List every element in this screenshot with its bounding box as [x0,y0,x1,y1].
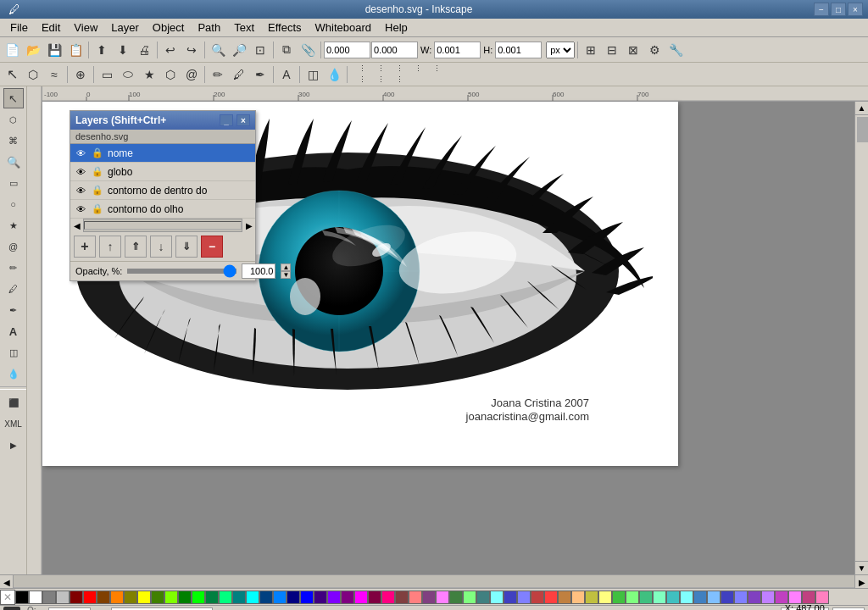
zoom-tool-btn[interactable]: 🔍 [3,152,24,172]
color-swatch[interactable] [300,591,314,604]
layers-minimize-btn[interactable]: _ [220,114,233,126]
canvas-area[interactable]: -100 0 100 200 300 400 500 600 700 [27,86,868,574]
menu-item-file[interactable]: File [3,19,35,36]
x-coord-input[interactable] [324,42,370,58]
pen-tool[interactable]: 🖊 [229,64,249,85]
menu-item-text[interactable]: Text [227,19,261,36]
pen-tool-btn[interactable]: 🖊 [3,279,24,299]
color-swatch[interactable] [531,591,544,604]
vertical-scrollbar[interactable]: ▲ ▼ [854,102,868,574]
color-swatch[interactable] [381,591,395,604]
color-swatch[interactable] [748,591,761,604]
scroll-down-btn[interactable]: ▼ [855,561,868,574]
color-swatch[interactable] [734,591,748,604]
layer-row-contorno-dentro[interactable]: 👁 🔒 contorno de dentro do [70,181,255,200]
snap-btn-7[interactable]: ⋮ [372,75,389,85]
snap-btn-1[interactable]: ⋮ [353,64,370,74]
transform-button[interactable]: ⊞ [581,40,601,60]
color-swatch[interactable] [409,591,422,604]
import-button[interactable]: ⬆ [92,40,112,60]
color-swatch[interactable] [327,591,341,604]
3d-box-tool[interactable]: ⬡ [160,64,181,85]
raise-layer-top-btn[interactable]: ⇑ [125,236,147,258]
menu-item-layer[interactable]: Layer [104,19,146,36]
opacity-down-btn[interactable]: ▼ [281,271,291,279]
zoom-fit-button[interactable]: ⊡ [250,40,270,60]
menu-item-edit[interactable]: Edit [35,19,67,36]
save-as-button[interactable]: 📋 [65,40,86,60]
color-swatch[interactable] [558,591,571,604]
snap-button[interactable]: ⊠ [623,40,643,60]
opacity-up-btn[interactable]: ▲ [281,263,291,271]
color-swatch[interactable] [504,591,517,604]
menu-item-effects[interactable]: Effects [261,19,309,36]
color-swatch[interactable] [354,591,368,604]
color-swatch[interactable] [490,591,504,604]
color-swatch[interactable] [788,591,802,604]
color-swatch[interactable] [422,591,436,604]
zoom-tool[interactable]: ⊕ [70,64,91,85]
color-swatch[interactable] [598,591,612,604]
layer-row-globo[interactable]: 👁 🔒 globo [70,163,255,181]
star-tool-btn[interactable]: ★ [3,215,24,236]
tweak-tool-btn[interactable]: ⌘ [3,130,24,151]
rect-tool-btn[interactable]: ▭ [3,173,24,193]
scroll-right-btn[interactable]: ▶ [242,219,255,232]
xml-editor-btn[interactable]: XML [3,413,24,434]
opacity-slider[interactable] [127,269,236,274]
color-swatch[interactable] [15,591,29,604]
lower-layer-bottom-btn[interactable]: ⇓ [175,236,198,258]
undo-button[interactable]: ↩ [160,40,181,60]
color-swatch[interactable] [83,591,97,604]
color-swatch[interactable] [205,591,219,604]
snap-btn-6[interactable]: ⋮ [353,75,370,85]
minimize-button[interactable]: − [814,3,829,16]
spiral-tool[interactable]: @ [181,64,202,85]
color-swatch[interactable] [395,591,409,604]
layer-lock-nome[interactable]: 🔒 [91,147,104,158]
color-swatch[interactable] [626,591,639,604]
color-swatch[interactable] [42,591,56,604]
color-swatch[interactable] [666,591,680,604]
export-button[interactable]: ⬇ [113,40,133,60]
zoom-out-button[interactable]: 🔎 [229,40,249,60]
add-layer-btn[interactable]: + [74,236,96,258]
selector-tool-btn[interactable]: ↖ [3,88,24,108]
w-input[interactable] [434,42,481,58]
color-swatch[interactable] [29,591,42,604]
status-coord-input[interactable]: 100 [48,607,91,611]
color-swatch[interactable] [571,591,585,604]
snap-btn-4[interactable]: ⋮ [409,64,426,74]
color-swatch[interactable] [612,591,626,604]
color-swatch[interactable] [761,591,775,604]
gradient-tool-btn[interactable]: ◫ [3,342,24,363]
zoom-in-button[interactable]: 🔍 [208,40,228,60]
scroll-track[interactable] [84,221,242,230]
color-swatch[interactable] [314,591,327,604]
units-dropdown[interactable]: px [546,42,575,58]
color-swatch[interactable] [151,591,164,604]
raise-layer-btn[interactable]: ↑ [99,236,121,258]
ellipse-tool[interactable]: ⬭ [118,64,138,85]
color-swatch[interactable] [449,591,463,604]
units-select[interactable]: px [546,42,575,58]
layer-row-contorno-olho[interactable]: 👁 🔒 contorno do olho [70,200,255,219]
save-button[interactable]: 💾 [44,40,64,60]
prefs-button[interactable]: ⚙ [644,40,665,60]
color-swatch[interactable] [517,591,531,604]
copy-button[interactable]: ⧉ [276,40,297,60]
gradient-tool[interactable]: ◫ [303,64,323,85]
y-coord-input[interactable] [371,42,418,58]
lower-layer-btn[interactable]: ↓ [150,236,172,258]
layers-close-btn[interactable]: × [236,114,250,126]
fill-stroke-btn[interactable]: ⬛ [3,392,24,413]
node-tool-btn[interactable]: ⬡ [3,109,24,130]
close-button[interactable]: × [848,3,863,16]
open-button[interactable]: 📂 [23,40,43,60]
color-swatch[interactable] [775,591,788,604]
color-swatch[interactable] [680,591,693,604]
menu-item-path[interactable]: Path [191,19,227,36]
callig-tool[interactable]: ✒ [250,64,270,85]
hscroll-right-btn[interactable]: ▶ [854,575,868,589]
paste-button[interactable]: 📎 [298,40,318,60]
